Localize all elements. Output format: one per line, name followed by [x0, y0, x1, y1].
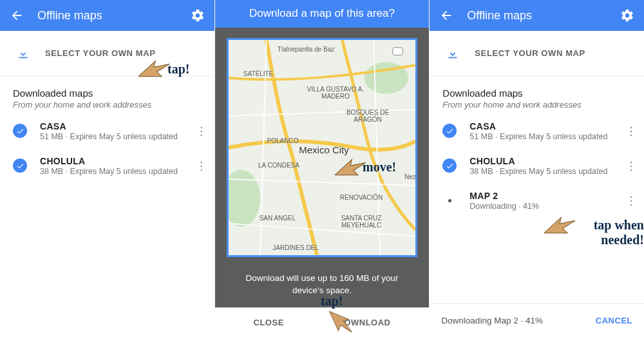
map-name: CASA: [469, 121, 623, 131]
appbar-title: Offline maps: [37, 9, 190, 23]
map-place-label: Tlalnepantla de Baz: [278, 45, 334, 52]
downloading-icon: [442, 193, 457, 207]
map-list: CASA 51 MB · Expires May 5 unless update…: [430, 113, 644, 218]
dialog-title: Download a map of this area?: [224, 7, 421, 20]
select-own-map-label: SELECT YOUR OWN MAP: [45, 48, 156, 58]
map-list: CASA 51 MB · Expires May 5 unless update…: [0, 113, 214, 183]
overflow-menu-icon[interactable]: ···: [623, 160, 639, 171]
download-status: Downloading Map 2 · 41%: [441, 316, 578, 325]
map-meta: 51 MB · Expires May 5 unless updated: [469, 132, 623, 141]
screen-offline-maps-downloading: Offline maps SELECT YOUR OWN MAP Downloa…: [430, 0, 644, 337]
check-icon: [442, 159, 457, 173]
settings-icon[interactable]: [620, 8, 635, 23]
screen-offline-maps-before: Offline maps SELECT YOUR OWN MAP Downloa…: [0, 0, 215, 337]
map-meta: 51 MB · Expires May 5 unless updated: [40, 132, 194, 141]
list-item[interactable]: CHOLULA 38 MB · Expires May 5 unless upd…: [0, 148, 214, 183]
screen-download-area-dialog: Download a map of this area?: [215, 0, 430, 337]
download-button[interactable]: DOWNLOAD: [338, 318, 391, 327]
map-city-label: Mexico City: [299, 144, 349, 155]
downloaded-maps-section: Downloaded maps From your home and work …: [430, 76, 644, 113]
section-title: Downloaded maps: [442, 88, 631, 99]
settings-icon[interactable]: [190, 8, 205, 23]
map-meta: 38 MB · Expires May 5 unless updated: [40, 167, 194, 176]
map-place-label: POLANCO: [267, 137, 299, 144]
map-name: MAP 2: [469, 191, 623, 201]
map-place-label: SAN ANGEL: [260, 214, 296, 221]
overflow-menu-icon[interactable]: ···: [623, 125, 639, 137]
map-name: CHOLULA: [40, 156, 194, 166]
list-item[interactable]: CASA 51 MB · Expires May 5 unless update…: [0, 113, 214, 148]
overflow-menu-icon[interactable]: ···: [623, 195, 639, 206]
map-place-label: BOSQUES DE ARAGÓN: [342, 109, 393, 123]
map-place-label: Nez: [404, 173, 416, 180]
download-icon: [442, 46, 463, 61]
close-button[interactable]: CLOSE: [254, 318, 284, 327]
section-subtitle: From your home and work addresses: [13, 100, 202, 110]
dialog-body: Tlalnepantla de BazSATÉLITEVILLA GUSTAVO…: [215, 28, 430, 307]
map-place-label: RENOVACIÓN: [340, 193, 383, 200]
map-place-label: SANTA CRUZ MEYEHUALC: [332, 215, 390, 229]
overflow-menu-icon[interactable]: ···: [194, 125, 209, 137]
map-meta: 38 MB · Expires May 5 unless updated: [469, 167, 623, 176]
map-place-label: LA CONDESA: [258, 161, 299, 168]
overflow-menu-icon[interactable]: ···: [194, 160, 209, 171]
map-name: CHOLULA: [469, 156, 623, 166]
map-name: CASA: [40, 121, 194, 131]
downloaded-maps-section: Downloaded maps From your home and work …: [0, 76, 214, 113]
appbar: Download a map of this area?: [215, 0, 430, 28]
map-place-label: SATÉLITE: [243, 70, 274, 77]
select-own-map-label: SELECT YOUR OWN MAP: [475, 48, 585, 58]
back-icon[interactable]: [439, 8, 454, 23]
section-title: Downloaded maps: [13, 88, 202, 99]
cancel-button[interactable]: CANCEL: [596, 316, 632, 325]
select-own-map-button[interactable]: SELECT YOUR OWN MAP: [0, 31, 214, 76]
list-item[interactable]: MAP 2 Downloading · 41% ···: [430, 183, 644, 218]
section-subtitle: From your home and work addresses: [442, 100, 631, 110]
select-own-map-button[interactable]: SELECT YOUR OWN MAP: [430, 31, 644, 76]
download-status-bar: Downloading Map 2 · 41% CANCEL: [430, 303, 644, 337]
map-meta: Downloading · 41%: [469, 202, 623, 211]
appbar: Offline maps: [0, 0, 214, 31]
map-place-label: JARDINES DEL: [272, 244, 319, 251]
download-icon: [13, 46, 33, 61]
dialog-actions: CLOSE DOWNLOAD: [215, 307, 430, 337]
appbar-title: Offline maps: [467, 9, 620, 23]
check-icon: [13, 159, 27, 173]
svg-rect-3: [393, 48, 403, 55]
map-place-label: VILLA GUSTAVO A. MADERO: [300, 86, 371, 100]
list-item[interactable]: CHOLULA 38 MB · Expires May 5 unless upd…: [430, 148, 644, 183]
check-icon: [442, 124, 457, 138]
map-viewport[interactable]: Tlalnepantla de BazSATÉLITEVILLA GUSTAVO…: [227, 38, 417, 257]
list-item[interactable]: CASA 51 MB · Expires May 5 unless update…: [430, 113, 644, 148]
back-icon[interactable]: [9, 8, 24, 23]
appbar: Offline maps: [430, 0, 644, 31]
storage-note: Download will use up to 160 MB of your d…: [225, 273, 419, 297]
check-icon: [13, 124, 27, 138]
